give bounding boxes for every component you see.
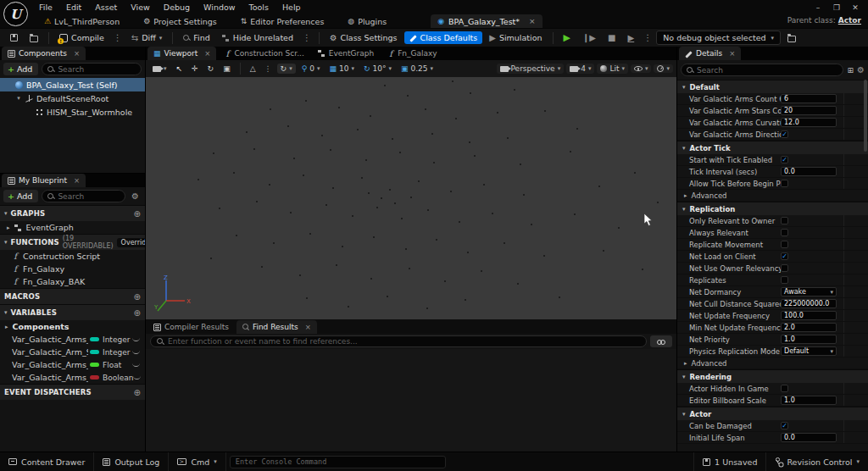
scale-snap-toggle[interactable]: ▣0.25▾ xyxy=(398,64,437,74)
property-checkbox[interactable] xyxy=(781,229,788,236)
variable-category-components[interactable]: ▸ Components xyxy=(0,320,145,333)
tab-my-blueprint[interactable]: My Blueprint × xyxy=(2,174,86,187)
hide-unrelated-options-icon[interactable]: ⋮ xyxy=(300,33,314,42)
expander-icon[interactable]: ▾ xyxy=(15,95,22,102)
function-item-fn-galaxy-bak[interactable]: fFn_Galaxy_BAK xyxy=(0,275,145,288)
menu-item-help[interactable]: Help xyxy=(275,0,308,14)
class-settings-button[interactable]: ⚙Class Settings xyxy=(325,31,403,44)
visibility-eye-icon[interactable] xyxy=(133,375,141,380)
variable-item-var-galactic-arms-directi[interactable]: Var_Galactic_Arms_DirectiBoolean xyxy=(0,371,145,384)
perspective-dropdown[interactable]: Perspective▾ xyxy=(497,64,565,74)
function-item-construction-script[interactable]: fConstruction Script xyxy=(0,250,145,263)
graph-item-eventgraph[interactable]: ▸ EventGraph xyxy=(0,221,145,234)
menu-item-edit[interactable]: Edit xyxy=(59,0,88,14)
variable-item-var-galactic-arms-count-[interactable]: Var_Galactic_Arms_Count_Integer xyxy=(0,333,145,346)
add-dispatcher-icon[interactable]: ⊕ xyxy=(134,388,141,397)
property-dropdown[interactable]: Default▾ xyxy=(781,346,837,356)
revision-control-button[interactable]: Revision Control▾ xyxy=(765,452,868,471)
tab-components[interactable]: Components × xyxy=(2,47,86,60)
tab-fn-galaxy[interactable]: fFn_Galaxy xyxy=(381,47,443,60)
viewport-canvas[interactable]: Z X Y xyxy=(146,77,676,319)
frame-skip-button[interactable]: ❙▶ xyxy=(577,31,601,44)
rotate-tool[interactable]: ↻ xyxy=(204,64,218,74)
add-graph-icon[interactable]: ⊕ xyxy=(134,209,141,219)
tab-details[interactable]: Details × xyxy=(679,47,741,60)
property-value-input[interactable]: 2.0 xyxy=(781,323,837,332)
details-category-default[interactable]: ▾Default xyxy=(677,80,868,93)
find-in-blueprints-button[interactable] xyxy=(650,335,672,347)
advanced-expander[interactable]: ▸Advanced xyxy=(677,191,727,200)
advanced-expander[interactable]: ▸Advanced xyxy=(677,359,727,368)
graphs-section-header[interactable]: ▾ GRAPHS ⊕ xyxy=(0,205,145,221)
find-references-input[interactable]: Enter function or event name to find ref… xyxy=(150,335,647,347)
override-dropdown[interactable]: Override▾ xyxy=(117,238,145,247)
property-value-input[interactable]: 1.0 xyxy=(781,335,837,344)
event-dispatchers-section-header[interactable]: EVENT DISPATCHERS ⊕ xyxy=(0,384,145,400)
minimize-button[interactable]: – xyxy=(810,3,826,12)
stop-button[interactable]: ■ xyxy=(603,31,620,44)
property-checkbox[interactable] xyxy=(781,217,788,224)
parent-class-link[interactable]: Actor xyxy=(838,16,861,25)
property-checkbox[interactable]: ✓ xyxy=(781,252,788,260)
property-value-input[interactable]: 12.0 xyxy=(781,118,837,127)
debug-browse-button[interactable] xyxy=(782,32,801,44)
transform-options-icon[interactable]: ⋮ xyxy=(262,64,275,73)
property-checkbox[interactable]: ✓ xyxy=(781,422,788,429)
shortcut-lvl-thirdperson[interactable]: ⚠LvL_ThirdPerson xyxy=(32,14,131,28)
output-log-button[interactable]: Output Log xyxy=(94,452,169,471)
add-variable-icon[interactable]: ⊕ xyxy=(134,308,141,318)
console-command-input[interactable]: Enter Console Command xyxy=(230,456,446,468)
display-filter-icon[interactable]: ⊞ xyxy=(847,66,854,75)
function-item-fn-galaxy[interactable]: fFn_Galaxy xyxy=(0,263,145,275)
move-tool[interactable]: ✛ xyxy=(188,64,202,74)
browse-asset-button[interactable] xyxy=(25,32,43,44)
tab-close-icon[interactable]: × xyxy=(74,176,80,185)
content-drawer-button[interactable]: Content Drawer xyxy=(0,452,94,471)
camera-speed-dropdown[interactable]: 4▾ xyxy=(566,64,594,74)
compile-button[interactable]: Compile xyxy=(54,31,109,44)
property-checkbox[interactable] xyxy=(781,180,788,187)
property-checkbox[interactable]: ✓ xyxy=(781,130,788,138)
eject-button[interactable]: ▶ xyxy=(623,31,640,44)
menu-item-view[interactable]: View xyxy=(124,0,157,14)
details-scrollbar[interactable] xyxy=(864,80,867,452)
shortcut-editor-preferences[interactable]: ⇅Editor Preferences xyxy=(229,14,337,28)
menu-item-window[interactable]: Window xyxy=(197,0,242,14)
my-blueprint-search-input[interactable]: Search xyxy=(42,190,125,202)
details-category-replication[interactable]: ▾Replication xyxy=(677,202,868,215)
tab-eventgraph[interactable]: EventGraph xyxy=(312,47,380,60)
functions-section-header[interactable]: ▾ FUNCTIONS (19 OVERRIDABLE) Override▾ ⊕ xyxy=(0,234,145,250)
scale-tool[interactable]: ▣ xyxy=(220,64,234,74)
grid-snap-toggle[interactable]: ▦10▾ xyxy=(326,64,358,74)
property-value-input[interactable]: 1.0 xyxy=(781,396,837,405)
variables-section-header[interactable]: ▾ VARIABLES ⊕ xyxy=(0,304,145,320)
tree-item-bpa-galaxy-test-self-[interactable]: BPA_Galaxy_Test (Self) xyxy=(0,78,145,91)
property-checkbox[interactable] xyxy=(781,385,788,392)
camera-options-dropdown[interactable]: ▾ xyxy=(149,64,170,73)
class-defaults-button[interactable]: Class Defaults xyxy=(404,31,483,44)
play-button[interactable]: ▶ xyxy=(559,30,576,45)
property-value-input[interactable]: 225000000.0 xyxy=(781,299,837,308)
variable-item-var-galactic-arms-curvat[interactable]: Var_Galactic_Arms_CurvatFloat xyxy=(0,358,145,371)
property-value-input[interactable]: 100.0 xyxy=(781,311,837,320)
play-options-icon[interactable]: ⋮ xyxy=(641,33,654,42)
variable-item-var-galactic-arm-stars-c[interactable]: Var_Galactic_Arm_Stars_CInteger xyxy=(0,346,145,358)
viewport-settings-dropdown[interactable]: ▾ xyxy=(654,64,673,73)
diff-button[interactable]: ⇆Diff▾ xyxy=(126,31,167,44)
debug-object-dropdown[interactable]: No debug object selected▾ xyxy=(656,30,781,45)
property-checkbox[interactable]: ✓ xyxy=(781,156,788,163)
property-value-input[interactable]: 0.0 xyxy=(781,167,837,176)
tab-close-icon[interactable]: × xyxy=(74,49,80,58)
save-button[interactable] xyxy=(5,32,23,43)
menu-item-asset[interactable]: Asset xyxy=(88,0,124,14)
close-button[interactable]: ✕ xyxy=(848,3,863,12)
cmd-dropdown[interactable]: Cmd▾ xyxy=(169,452,225,471)
cycle-transform-button[interactable]: ↻▾ xyxy=(277,64,296,74)
coordinate-space-toggle[interactable]: △ xyxy=(247,64,259,74)
gear-icon[interactable]: ⚙ xyxy=(129,191,142,201)
shortcut-project-settings[interactable]: ⚙Project Settings xyxy=(131,14,229,28)
visibility-eye-icon[interactable] xyxy=(132,363,140,367)
menu-item-file[interactable]: File xyxy=(32,0,59,14)
tab-bpa-galaxy-test[interactable]: ◉ BPA_Galaxy_Test* × xyxy=(431,14,542,28)
property-checkbox[interactable] xyxy=(781,276,788,284)
